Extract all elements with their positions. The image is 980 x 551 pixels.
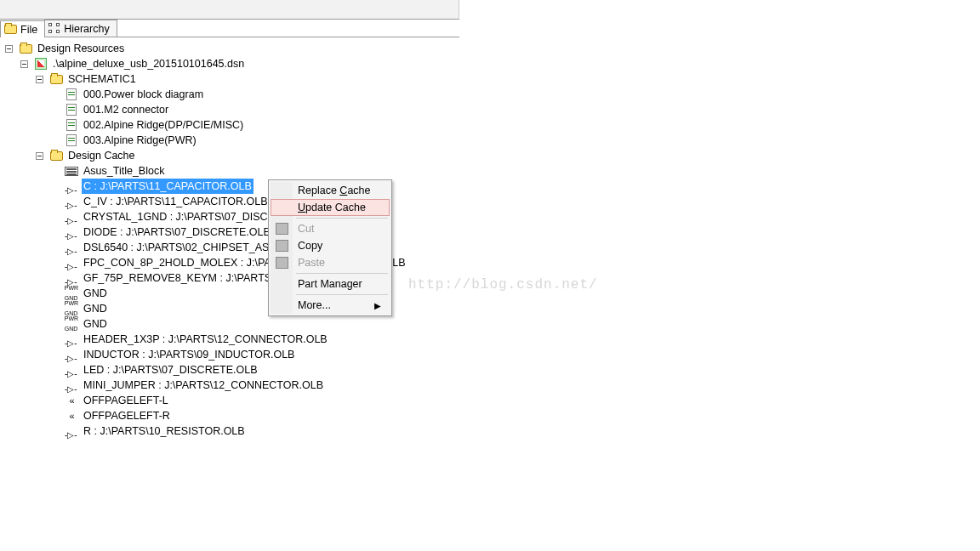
toolbar-blank — [0, 0, 459, 20]
tab-file-label: File — [20, 24, 37, 36]
ctx-part-manager[interactable]: Part Manager — [271, 276, 390, 293]
cache-item-label: R : J:\PARTS\10_RESISTOR.OLB — [82, 423, 247, 439]
hierarchy-icon — [48, 23, 60, 34]
part-icon — [65, 197, 78, 206]
dsn-label: .\alpine_deluxe_usb_201510101645.dsn — [51, 56, 246, 71]
ctx-copy-label: Copy — [298, 240, 322, 252]
tree-view[interactable]: Design Resources .\alpine_deluxe_usb_201… — [0, 37, 980, 439]
ctx-replace-cache[interactable]: Replace Cache — [271, 182, 390, 199]
ctx-copy[interactable]: Copy — [271, 237, 390, 254]
cut-icon — [276, 223, 288, 235]
cache-item-label: GND — [82, 316, 109, 332]
ctx-paste: Paste — [271, 254, 390, 271]
cache-item[interactable]: «OFFPAGELEFT-L — [49, 393, 980, 408]
tree-design-cache[interactable]: Design Cache — [34, 148, 980, 163]
cache-item-label: INDUCTOR : J:\PARTS\09_INDUCTOR.OLB — [82, 347, 296, 362]
expander-icon[interactable] — [36, 152, 43, 160]
cache-item[interactable]: LED : J:\PARTS\07_DISCRETE.OLB — [49, 362, 980, 378]
tab-file[interactable]: File — [0, 20, 45, 37]
cache-item-label: HEADER_1X3P : J:\PARTS\12_CONNECTOR.OLB — [82, 332, 329, 347]
expander-icon[interactable] — [36, 76, 43, 83]
separator — [296, 294, 388, 295]
schematic-folder-label: SCHEMATIC1 — [66, 71, 138, 87]
part-icon — [65, 274, 78, 282]
part-icon — [65, 350, 78, 359]
part-icon — [65, 213, 78, 221]
schematic-page[interactable]: 001.M2 connector — [49, 102, 980, 117]
context-menu: Replace Cache Update Cache Cut Copy Past… — [268, 179, 392, 316]
page-icon — [66, 88, 77, 100]
schematic-page[interactable]: 000.Power block diagram — [49, 87, 980, 102]
expander-icon[interactable] — [5, 45, 13, 53]
page-label: 002.Alpine Ridge(DP/PCIE/MISC) — [82, 117, 245, 133]
cache-item[interactable]: «OFFPAGELEFT-R — [49, 408, 980, 423]
expander-icon[interactable] — [20, 60, 28, 68]
page-label: 001.M2 connector — [82, 102, 170, 117]
cache-item[interactable]: INDUCTOR : J:\PARTS\09_INDUCTOR.OLB — [49, 347, 980, 362]
ctx-part-manager-label: Part Manager — [298, 278, 362, 290]
copy-icon — [276, 240, 288, 252]
paste-icon — [276, 257, 288, 269]
tab-bar: File Hierarchy — [0, 20, 459, 37]
cache-item-label: OFFPAGELEFT-R — [82, 408, 172, 423]
cache-item-label: MINI_JUMPER : J:\PARTS\12_CONNECTOR.OLB — [82, 378, 325, 393]
tree-root[interactable]: Design Resources — [3, 41, 980, 56]
cache-item-label: DIODE : J:\PARTS\07_DISCRETE.OLB — [82, 224, 272, 240]
folder-icon — [50, 75, 63, 84]
cache-item-label: C_IV : J:\PARTS\11_CAPACITOR.OLB — [82, 194, 270, 209]
cache-item-label: C : J:\PARTS\11_CAPACITOR.OLB — [82, 179, 254, 194]
dsn-icon — [35, 58, 47, 70]
cache-item[interactable]: PWRGNDGND — [49, 301, 980, 316]
tab-hierarchy-label: Hierarchy — [64, 23, 110, 35]
cache-item[interactable]: DSL6540 : J:\PARTS\02_CHIPSET_ASIC.OLB — [49, 240, 980, 255]
part-icon — [65, 182, 78, 190]
part-icon — [65, 243, 78, 252]
cache-item-label: LED : J:\PARTS\07_DISCRETE.OLB — [82, 362, 259, 378]
watermark-text: http://blog.csdn.net/ — [408, 277, 598, 293]
tree-schematic-folder[interactable]: SCHEMATIC1 — [34, 71, 980, 87]
cache-item-label: GND — [82, 301, 109, 316]
cache-item[interactable]: Asus_Title_Block — [49, 163, 980, 179]
submenu-arrow-icon: ▶ — [374, 301, 381, 310]
part-icon — [65, 381, 78, 389]
cache-item[interactable]: R : J:\PARTS\10_RESISTOR.OLB — [49, 423, 980, 439]
tab-hierarchy[interactable]: Hierarchy — [44, 20, 117, 37]
schematic-page[interactable]: 002.Alpine Ridge(DP/PCIE/MISC) — [49, 117, 980, 133]
folder-icon — [50, 151, 63, 161]
cache-folder-label: Design Cache — [66, 148, 137, 163]
root-label: Design Resources — [36, 41, 126, 56]
ctx-more[interactable]: More... ▶ — [271, 297, 390, 314]
part-icon — [65, 335, 78, 344]
cache-item[interactable]: C : J:\PARTS\11_CAPACITOR.OLB — [49, 179, 980, 194]
page-icon — [66, 134, 77, 146]
tree-dsn[interactable]: .\alpine_deluxe_usb_201510101645.dsn — [19, 56, 980, 71]
page-icon — [66, 119, 77, 131]
part-icon — [65, 427, 78, 435]
cache-item-label: OFFPAGELEFT-L — [82, 393, 170, 408]
cache-item[interactable]: C_IV : J:\PARTS\11_CAPACITOR.OLB — [49, 194, 980, 209]
ctx-more-label: More... — [298, 299, 331, 311]
schematic-page[interactable]: 003.Alpine Ridge(PWR) — [49, 133, 980, 148]
folder-icon — [4, 25, 17, 34]
cache-item[interactable]: CRYSTAL_1GND : J:\PARTS\07_DISCRETE.OLB — [49, 209, 980, 224]
cache-item-label: GND — [82, 286, 109, 301]
page-label: 000.Power block diagram — [82, 87, 205, 102]
cache-item-label: Asus_Title_Block — [82, 163, 166, 179]
ctx-update-cache[interactable]: Update Cache — [271, 199, 390, 216]
part-icon — [65, 258, 78, 267]
ctx-cut-label: Cut — [298, 223, 314, 235]
part-icon — [65, 366, 78, 374]
cache-item[interactable]: PWRGNDGND — [49, 316, 980, 332]
offpage-icon: « — [69, 408, 73, 423]
offpage-icon: « — [69, 393, 73, 408]
cache-item[interactable]: MINI_JUMPER : J:\PARTS\12_CONNECTOR.OLB — [49, 378, 980, 393]
folder-icon — [20, 44, 32, 54]
page-label: 003.Alpine Ridge(PWR) — [82, 133, 198, 148]
cache-item[interactable]: HEADER_1X3P : J:\PARTS\12_CONNECTOR.OLB — [49, 332, 980, 347]
cache-item[interactable]: FPC_CON_8P_2HOLD_MOLEX : J:\PARTS\12_CON… — [49, 255, 980, 270]
cache-item[interactable]: DIODE : J:\PARTS\07_DISCRETE.OLB — [49, 224, 980, 240]
ctx-cut: Cut — [271, 220, 390, 237]
page-icon — [66, 104, 77, 116]
titleblock-icon — [65, 167, 78, 176]
part-icon — [65, 228, 78, 236]
